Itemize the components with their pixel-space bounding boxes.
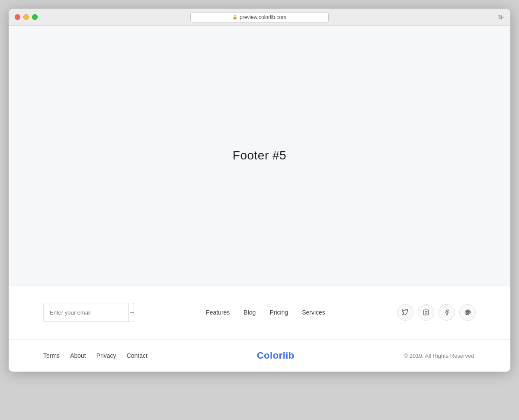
footer-top: Features Blog Pricing Services	[9, 285, 510, 339]
email-form[interactable]	[43, 303, 134, 322]
twitter-button[interactable]	[397, 304, 413, 321]
instagram-button[interactable]	[418, 304, 434, 321]
browser-titlebar: 🔒 preview.colorlib.com ↻ +	[9, 9, 510, 26]
browser-dots	[15, 14, 38, 20]
page-title: Footer #5	[233, 149, 286, 162]
nav-link-services[interactable]: Services	[302, 309, 325, 316]
about-link[interactable]: About	[70, 352, 86, 359]
contact-link[interactable]: Contact	[127, 352, 147, 359]
url-text: preview.colorlib.com	[240, 14, 286, 20]
email-submit-button[interactable]	[128, 303, 134, 321]
new-tab-button[interactable]: +	[493, 9, 510, 26]
footer-nav: Features Blog Pricing Services	[206, 309, 325, 316]
footer-bottom: Terms About Privacy Contact Colorlib © 2…	[9, 339, 510, 372]
privacy-link[interactable]: Privacy	[96, 352, 116, 359]
twitter-icon	[402, 309, 408, 315]
nav-link-pricing[interactable]: Pricing	[269, 309, 288, 316]
copyright-text: © 2019. All Rights Reserved.	[404, 353, 476, 359]
lock-icon: 🔒	[233, 15, 237, 19]
arrow-right-icon	[129, 309, 134, 316]
brand-logo[interactable]: Colorlib	[257, 350, 295, 361]
pinterest-icon	[465, 309, 471, 315]
browser-window: 🔒 preview.colorlib.com ↻ + Footer #5 Fea…	[9, 9, 510, 372]
pinterest-button[interactable]	[459, 304, 476, 321]
nav-link-blog[interactable]: Blog	[243, 309, 256, 316]
terms-link[interactable]: Terms	[43, 352, 60, 359]
address-bar[interactable]: 🔒 preview.colorlib.com	[190, 12, 329, 22]
instagram-icon	[423, 309, 429, 315]
maximize-button[interactable]	[32, 14, 38, 20]
facebook-button[interactable]	[439, 304, 455, 321]
main-content: Footer #5	[9, 26, 510, 285]
email-input[interactable]	[44, 303, 128, 321]
social-icons	[397, 304, 476, 321]
footer-bottom-links: Terms About Privacy Contact	[43, 352, 147, 359]
svg-rect-0	[423, 310, 429, 315]
facebook-icon	[444, 309, 450, 315]
minimize-button[interactable]	[23, 14, 29, 20]
close-button[interactable]	[15, 14, 20, 20]
nav-link-features[interactable]: Features	[206, 309, 230, 316]
